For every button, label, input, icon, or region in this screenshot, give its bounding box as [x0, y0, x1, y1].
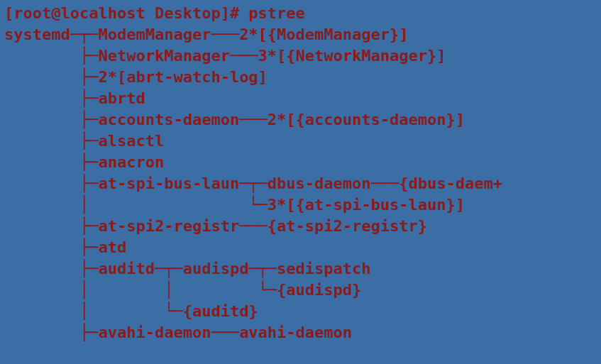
pstree-line: ├─anacron: [4, 153, 164, 171]
pstree-line: ├─2*[abrt-watch-log]: [4, 68, 268, 86]
pstree-line: │ └─{auditd}: [4, 302, 258, 320]
pstree-line: ├─alsactl: [4, 132, 164, 150]
pstree-line: ├─at-spi2-registr───{at-spi2-registr}: [4, 217, 427, 235]
pstree-line: ├─at-spi-bus-laun─┬─dbus-daemon───{dbus-…: [4, 175, 502, 192]
pstree-line: ├─avahi-daemon───avahi-daemon: [4, 324, 352, 341]
pstree-line: systemd─┬─ModemManager───2*[{ModemManage…: [4, 26, 409, 43]
pstree-line: ├─auditd─┬─audispd─┬─sedispatch: [4, 260, 371, 277]
pstree-line: ├─NetworkManager───3*[{NetworkManager}]: [4, 47, 446, 65]
shell-prompt-line[interactable]: [root@localhost Desktop]# pstree: [4, 4, 305, 22]
pstree-line: │ └─3*[{at-spi-bus-laun}]: [4, 196, 465, 214]
pstree-line: ├─accounts-daemon───2*[{accounts-daemon}…: [4, 111, 465, 128]
pstree-line: ├─atd: [4, 238, 126, 256]
pstree-line: │ │ └─{audispd}: [4, 281, 361, 299]
terminal-output: [root@localhost Desktop]# pstree systemd…: [0, 0, 601, 346]
pstree-line: ├─abrtd: [4, 89, 145, 107]
